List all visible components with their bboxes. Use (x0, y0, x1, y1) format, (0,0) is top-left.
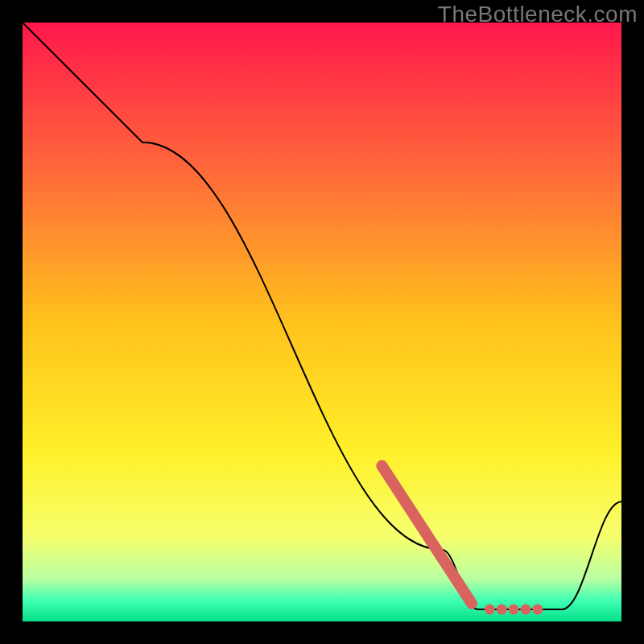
highlight-dot (520, 605, 530, 615)
chart-frame: TheBottleneck.com (0, 0, 644, 644)
chart-svg (23, 23, 621, 621)
plot-area (23, 23, 621, 621)
watermark-text: TheBottleneck.com (438, 2, 638, 27)
highlight-dot (532, 605, 543, 615)
highlight-dot (509, 605, 519, 615)
highlight-dot (485, 605, 495, 615)
highlight-dot (497, 605, 507, 615)
